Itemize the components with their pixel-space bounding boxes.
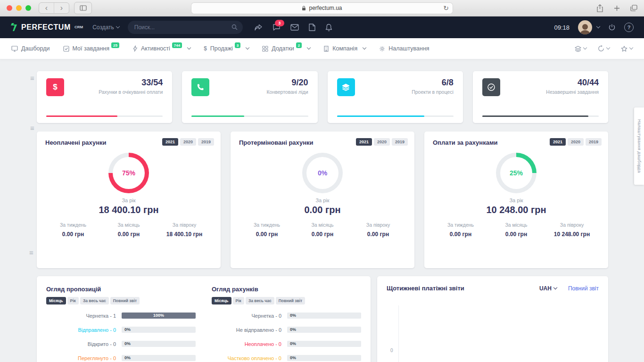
overview-row: Чернетка - 1100% <box>46 313 196 319</box>
widgets-layers-icon[interactable] <box>575 46 586 52</box>
reload-icon[interactable]: ↻ <box>443 5 449 11</box>
period-tabs: Місяць Рік За весь час Повний звіт <box>212 297 361 304</box>
overview-bar: 0% <box>122 327 196 333</box>
overview-bar-percent: 0% <box>290 341 296 347</box>
overview-row-label: Неоплачено - 0 <box>212 341 287 347</box>
menu-item-company[interactable]: Компанія <box>323 45 366 52</box>
full-report-link[interactable]: Повний звіт <box>568 285 599 292</box>
chat-icon[interactable]: 3 <box>272 24 281 31</box>
breakdown-value: 0.00 грн <box>295 231 350 238</box>
screen: ‹ › perfectum.ua ↻ <box>0 0 644 362</box>
widget-unpaid-invoices: Неоплачені рахунки 2021 2020 2019 75% За… <box>37 132 221 268</box>
year-tab-2019[interactable]: 2019 <box>586 138 602 146</box>
currency-label: UAH <box>539 285 552 292</box>
overview-row-label: Відправлено - 0 <box>46 327 122 333</box>
kpi-card-unfinished-tasks: 40/44 Незавершені завдання <box>473 71 608 123</box>
chevron-down-icon <box>553 285 557 289</box>
year-tab-2020[interactable]: 2020 <box>180 138 196 146</box>
phone-icon <box>191 78 209 96</box>
widget-drag-handle[interactable]: ≡ <box>30 74 34 82</box>
kpi-progress-track <box>191 115 308 117</box>
overview-row-label: Переглянуто - 0 <box>46 355 122 361</box>
widget-overdue-invoices: Протерміновані рахунки 2021 2020 2019 0%… <box>231 132 414 268</box>
tab-all-time[interactable]: За весь час <box>246 297 274 304</box>
lock-icon <box>302 6 306 11</box>
year-tab-2020[interactable]: 2020 <box>374 138 390 146</box>
global-search <box>128 21 243 34</box>
dashboard-settings-tab[interactable]: Налаштування дашборда <box>634 107 644 185</box>
year-tab-2019[interactable]: 2019 <box>392 138 408 146</box>
tab-year[interactable]: Рік <box>233 297 244 304</box>
menu-item-apps[interactable]: Додатки 2 <box>262 45 310 52</box>
kpi-progress-fill <box>482 115 588 117</box>
minimize-window-button[interactable] <box>16 5 22 11</box>
search-input[interactable] <box>128 21 243 34</box>
year-tab-2021[interactable]: 2021 <box>356 138 372 146</box>
crm-topbar: PERFECTUM CRM Создать 3 <box>0 16 644 38</box>
avatar <box>578 20 592 34</box>
overview-bar-percent: 0% <box>290 313 296 319</box>
year-tab-2020[interactable]: 2020 <box>568 138 584 146</box>
browser-back-button[interactable]: ‹ <box>39 3 54 13</box>
tab-year[interactable]: Рік <box>67 297 79 304</box>
year-tab-2021[interactable]: 2021 <box>162 138 178 146</box>
menu-item-dashboards[interactable]: Дашборди <box>11 45 50 52</box>
main-menu: Дашборди Мої завдання 25 Активності 744 … <box>0 38 644 59</box>
star-icon[interactable] <box>621 46 633 52</box>
widget-invoice-payments: Оплати за рахунками 2021 2020 2019 25% З… <box>424 132 608 268</box>
overview-bar-percent: 0% <box>124 341 131 347</box>
overview-bar: 0% <box>122 355 196 361</box>
zoom-window-button[interactable] <box>25 5 31 11</box>
chevron-down-icon <box>606 46 610 49</box>
menu-item-sales[interactable]: $ Продажі 3 <box>204 45 249 52</box>
kpi-card-converted-leads: 9/20 Конвертовані ліди <box>182 71 317 123</box>
menu-item-activities[interactable]: Активності 744 <box>132 45 190 52</box>
donut-row: Неоплачені рахунки 2021 2020 2019 75% За… <box>37 132 608 268</box>
history-icon[interactable] <box>598 45 610 52</box>
tab-full-report[interactable]: Повний звіт <box>276 297 305 304</box>
forward-share-icon[interactable] <box>254 24 263 31</box>
widget-drag-handle[interactable]: ≡ <box>30 124 34 132</box>
tab-month[interactable]: Місяць <box>212 297 231 304</box>
widget-drag-handle[interactable]: ≡ <box>29 249 33 256</box>
currency-select[interactable]: UAH <box>539 285 557 292</box>
chevron-down-icon <box>187 46 191 49</box>
chevron-down-icon <box>246 46 249 49</box>
bell-icon[interactable] <box>325 24 332 32</box>
new-tab-icon[interactable] <box>614 5 620 11</box>
chevron-down-icon <box>363 46 366 49</box>
breakdown-value: 0.00 грн <box>101 231 157 238</box>
breakdown-row: За тиждень0.00 грн За місяць0.00 грн За … <box>45 222 212 238</box>
breakdown-label: За тиждень <box>433 222 488 228</box>
close-window-button[interactable] <box>7 5 12 11</box>
kpi-progress-fill <box>46 115 117 117</box>
create-menu[interactable]: Создать <box>92 24 119 31</box>
tab-overview-icon[interactable] <box>630 5 637 11</box>
user-menu[interactable] <box>578 20 600 34</box>
sidebar-toggle-icon[interactable] <box>74 2 92 14</box>
year-tab-2021[interactable]: 2021 <box>550 138 566 146</box>
overview-row-label: Відкрито - 0 <box>46 341 122 347</box>
share-icon[interactable] <box>596 4 603 12</box>
overview-row: Не відправлено - 00% <box>212 327 361 333</box>
breakdown-value: 0.00 грн <box>350 231 406 238</box>
address-bar[interactable]: perfectum.ua ↻ <box>191 2 453 14</box>
document-icon[interactable] <box>309 24 315 31</box>
menu-item-settings[interactable]: Налаштування <box>379 45 429 52</box>
menu-label: Компанія <box>332 45 357 52</box>
year-tab-2019[interactable]: 2019 <box>198 138 214 146</box>
tab-all-time[interactable]: За весь час <box>80 297 109 304</box>
mail-icon[interactable] <box>290 24 299 31</box>
breakdown-label: За півроку <box>544 222 600 228</box>
donut-hole: 75% <box>113 157 145 189</box>
menu-item-my-tasks[interactable]: Мої завдання 25 <box>63 45 119 52</box>
tab-month[interactable]: Місяць <box>46 297 66 304</box>
donut-chart: 0% <box>302 153 343 193</box>
perfectum-logo[interactable]: PERFECTUM CRM <box>10 23 83 32</box>
help-icon[interactable]: ? <box>624 23 634 32</box>
sales-icon: $ <box>204 45 207 52</box>
logout-icon[interactable] <box>608 24 616 31</box>
overview-bar-percent: 0% <box>124 327 131 333</box>
browser-forward-button[interactable]: › <box>54 3 69 13</box>
tab-full-report[interactable]: Повний звіт <box>110 297 140 304</box>
